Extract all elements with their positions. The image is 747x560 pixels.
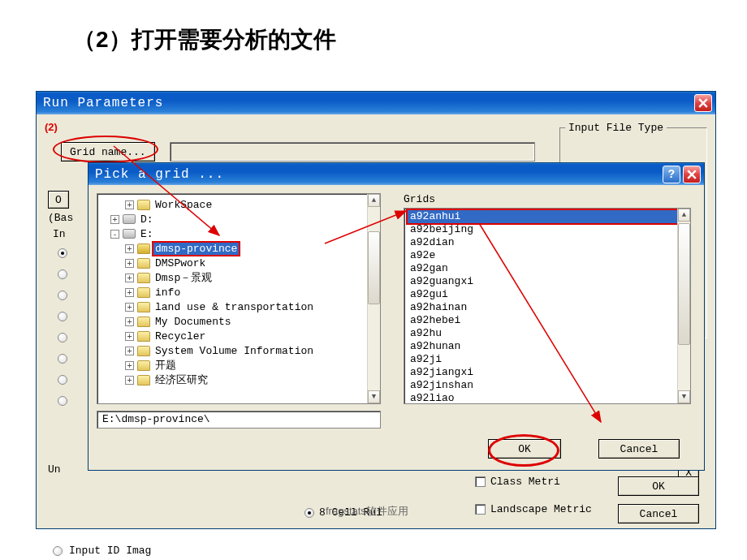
expand-icon[interactable]: +	[125, 303, 134, 312]
list-item[interactable]: a92dian	[408, 236, 687, 249]
radio-option[interactable]	[58, 248, 67, 258]
radio-id-imag[interactable]	[53, 546, 63, 556]
pg-title: Pick a grid ...	[95, 167, 663, 182]
tree-item[interactable]: +System Volume Information	[99, 343, 378, 358]
expand-icon[interactable]: +	[125, 288, 134, 297]
tree-item-label: Recycler	[153, 330, 207, 342]
list-item[interactable]: a92jiangxi	[408, 366, 687, 379]
o-button[interactable]: O	[48, 191, 69, 209]
grids-listbox[interactable]: a92anhuia92beijinga92diana92ea92gana92gu…	[404, 208, 691, 404]
drive-icon	[123, 214, 136, 224]
expand-icon[interactable]: +	[125, 317, 134, 326]
radio-option[interactable]	[58, 291, 67, 300]
scroll-down-icon[interactable]: ▼	[678, 390, 690, 403]
list-item[interactable]: a92hu	[408, 327, 687, 340]
tree-item-label: DMSPwork	[153, 257, 207, 269]
tree-item[interactable]: +info	[99, 285, 378, 299]
list-item[interactable]: a92anhui	[408, 210, 687, 223]
tree-item[interactable]: +DMSPwork	[99, 256, 378, 270]
radio-8cell[interactable]	[304, 508, 314, 518]
folder-icon	[137, 243, 150, 254]
radio-option[interactable]	[58, 312, 67, 321]
tree-item-label: My Documents	[153, 316, 233, 328]
grid-name-field[interactable]	[170, 142, 535, 162]
tree-item[interactable]: +Recycler	[99, 329, 378, 343]
expand-icon[interactable]: +	[125, 361, 134, 370]
scroll-up-icon[interactable]: ▲	[678, 209, 690, 222]
tree-item[interactable]: -E:	[99, 226, 378, 241]
grid-name-button[interactable]: Grid name...	[61, 142, 155, 162]
expand-icon[interactable]: +	[110, 215, 119, 224]
input-file-type-label: Input File Type	[565, 122, 667, 134]
checkbox-landscape-metric[interactable]	[475, 504, 486, 515]
radio-option[interactable]	[58, 333, 67, 342]
grids-label: Grids	[404, 193, 435, 205]
list-item[interactable]: a92gan	[408, 262, 687, 275]
tree-item-label: land use & transportation	[153, 301, 315, 313]
radio-option[interactable]	[58, 375, 67, 385]
list-item[interactable]: a92ji	[408, 353, 687, 366]
class-metric-label: Class Metri	[490, 476, 560, 488]
tree-item[interactable]: +WorkSpace	[99, 197, 378, 212]
folder-tree[interactable]: +WorkSpace+D:-E:+dmsp-province+DMSPwork+…	[97, 193, 381, 404]
scroll-up-icon[interactable]: ▲	[368, 194, 380, 207]
tree-item[interactable]: +经济区研究	[99, 373, 378, 387]
expand-icon[interactable]: +	[125, 347, 134, 355]
collapse-icon[interactable]: -	[110, 230, 119, 239]
expand-icon[interactable]: +	[125, 376, 134, 385]
list-item[interactable]: a92beijing	[408, 223, 687, 236]
pg-cancel-button[interactable]: Cancel	[598, 439, 680, 459]
list-item[interactable]: a92e	[408, 249, 687, 262]
scrollbar[interactable]: ▲ ▼	[367, 194, 380, 403]
help-icon[interactable]: ?	[663, 166, 680, 183]
rp-ok-button[interactable]: OK	[618, 476, 699, 496]
close-icon[interactable]	[683, 166, 701, 183]
tree-item[interactable]: +land use & transportation	[99, 299, 378, 314]
drive-icon	[123, 229, 136, 239]
tree-item-label: D:	[139, 213, 155, 226]
list-item[interactable]: a92jinshan	[408, 379, 687, 392]
input-id-label: Input ID Imag	[69, 545, 151, 557]
radio-option[interactable]	[58, 354, 67, 364]
expand-icon[interactable]: +	[125, 274, 134, 282]
pg-titlebar[interactable]: Pick a grid ... ?	[89, 163, 704, 185]
list-item[interactable]: a92hebei	[408, 314, 687, 327]
tree-item[interactable]: +dmsp-province	[99, 241, 378, 256]
folder-icon	[137, 331, 150, 342]
tree-item[interactable]: +D:	[99, 212, 378, 226]
pg-ok-button[interactable]: OK	[488, 439, 561, 459]
tree-item[interactable]: +Dmsp－景观	[99, 270, 378, 285]
folder-icon	[137, 302, 150, 312]
rp-cancel-button[interactable]: Cancel	[618, 504, 699, 523]
tree-item-label: E:	[139, 228, 155, 240]
tree-item-label: WorkSpace	[153, 199, 214, 211]
tree-item-label: dmsp-province	[153, 243, 239, 255]
list-item[interactable]: a92hunan	[408, 340, 687, 353]
tree-item-label: System Volume Information	[153, 345, 315, 357]
tree-item[interactable]: +开题	[99, 358, 378, 373]
scroll-down-icon[interactable]: ▼	[368, 390, 380, 403]
path-field[interactable]: E:\dmsp-province\	[97, 411, 381, 429]
folder-icon	[137, 258, 150, 269]
rp-title: Run Parameters	[43, 96, 694, 110]
folder-icon	[137, 346, 150, 356]
expand-icon[interactable]: +	[125, 332, 134, 341]
checkbox-class-metric[interactable]	[475, 476, 486, 487]
list-item[interactable]: a92guangxi	[408, 275, 687, 288]
expand-icon[interactable]: +	[125, 244, 134, 253]
folder-icon	[137, 360, 150, 371]
tree-item-label: 经济区研究	[153, 373, 209, 387]
expand-icon[interactable]: +	[125, 200, 134, 209]
list-item[interactable]: a92liao	[408, 392, 687, 404]
scrollbar[interactable]: ▲ ▼	[677, 209, 690, 403]
folder-icon	[137, 200, 150, 210]
list-item[interactable]: a92gui	[408, 288, 687, 301]
list-item[interactable]: a92hainan	[408, 301, 687, 314]
tree-item[interactable]: +My Documents	[99, 314, 378, 329]
close-icon[interactable]	[694, 94, 712, 112]
radio-option[interactable]	[58, 396, 67, 406]
tree-item-label: Dmsp－景观	[153, 270, 214, 285]
radio-option[interactable]	[58, 269, 67, 279]
expand-icon[interactable]: +	[125, 259, 134, 268]
rp-titlebar[interactable]: Run Parameters	[37, 92, 715, 114]
